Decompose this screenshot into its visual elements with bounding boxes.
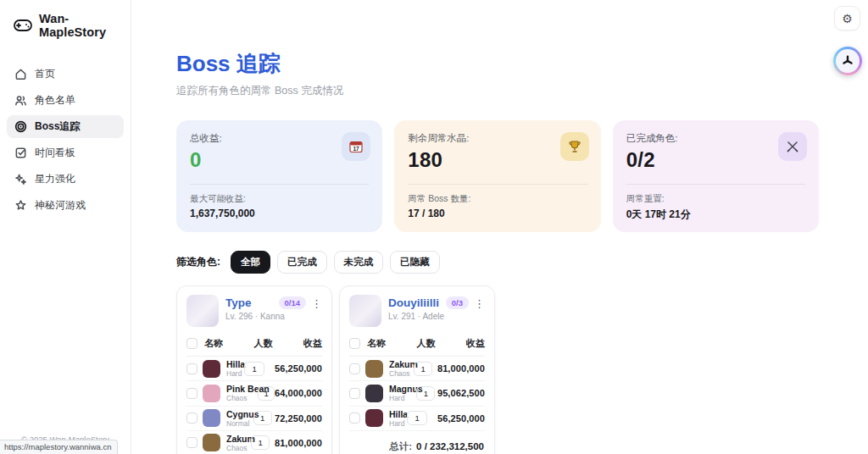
total-value: 0 / 232,312,500 — [416, 441, 484, 451]
boss-count-input[interactable]: 1 — [414, 362, 433, 376]
settings-button[interactable]: ⚙ — [834, 6, 860, 30]
checkbox-board-icon — [14, 147, 27, 159]
sparkles-icon — [14, 173, 27, 185]
select-all-checkbox[interactable] — [186, 338, 198, 349]
boss-difficulty: Chaos — [389, 369, 414, 378]
floating-action-button[interactable] — [833, 47, 862, 75]
filter-button-completed[interactable]: 已完成 — [277, 251, 327, 274]
table-header: 名称 人数 收益 — [349, 337, 485, 357]
filter-row: 筛选角色: 全部 已完成 未完成 已隐藏 — [176, 251, 819, 274]
sidebar-item-characters[interactable]: 角色名单 — [7, 89, 124, 112]
boss-difficulty: Normal — [226, 419, 253, 428]
character-subtitle: Lv. 296 · Kanna — [225, 312, 322, 321]
stat-sublabel: 最大可能收益: — [190, 193, 369, 205]
boss-count-input[interactable]: 1 — [251, 435, 270, 450]
boss-icon — [365, 385, 383, 402]
boss-count-input[interactable]: 1 — [253, 411, 272, 425]
filter-button-incomplete[interactable]: 未完成 — [334, 251, 384, 274]
filter-button-all[interactable]: 全部 — [231, 251, 270, 274]
users-icon — [14, 94, 27, 107]
character-subtitle: Lv. 291 · Adele — [388, 312, 485, 321]
character-avatar — [349, 295, 381, 327]
boss-name: Magnus — [389, 384, 416, 394]
sidebar-item-label: 角色名单 — [35, 93, 75, 108]
character-cards-row: Type 0/14 ⋮ Lv. 296 · Kanna 名称 人数 收益 — [176, 285, 819, 454]
divider — [626, 184, 805, 185]
character-header: Douyiliilli 0/3 ⋮ Lv. 291 · Adele — [349, 295, 485, 327]
column-income: 收益 — [466, 337, 485, 350]
more-menu-icon[interactable]: ⋮ — [306, 296, 322, 309]
app-logo[interactable]: Wan-MapleStory — [0, 0, 131, 47]
sidebar: Wan-MapleStory 首页 角色名单 — [0, 0, 131, 454]
column-count: 人数 — [254, 337, 273, 350]
boss-difficulty: Chaos — [226, 394, 258, 402]
target-icon — [14, 120, 27, 133]
boss-checkbox[interactable] — [186, 388, 198, 399]
trefoil-icon — [840, 53, 855, 69]
sidebar-nav: 首页 角色名单 Boss追踪 — [0, 63, 131, 217]
boss-row: ZakumChaos 1 81,000,000 — [186, 431, 322, 454]
boss-checkbox[interactable] — [349, 412, 360, 424]
calendar-icon: 17 — [342, 132, 370, 161]
stat-sublabel: 周常重置: — [626, 193, 805, 205]
page-title: Boss 追踪 — [176, 49, 819, 79]
stat-card-completed-characters: 已完成角色: 0/2 周常重置: 0天 17时 21分 — [613, 120, 819, 232]
character-card-douyiliilli: Douyiliilli 0/3 ⋮ Lv. 291 · Adele 名称 人数 … — [339, 285, 495, 454]
total-label: 总计: — [389, 440, 412, 453]
column-count: 人数 — [417, 337, 436, 350]
stat-card-remaining-crystals: 剩余周常水晶: 180 周常 Boss 数量: 17 / 180 — [394, 120, 600, 232]
sidebar-item-label: 首页 — [35, 67, 55, 81]
boss-row: CygnusNormal 1 72,250,000 — [186, 407, 322, 431]
boss-count-input[interactable]: 1 — [407, 411, 428, 425]
column-name: 名称 — [367, 337, 386, 350]
boss-name: Pink Bean — [226, 384, 258, 394]
app-title: Wan-MapleStory — [39, 12, 119, 39]
boss-checkbox[interactable] — [349, 363, 360, 374]
boss-income: 81,000,000 — [270, 438, 322, 448]
boss-difficulty: Hard — [226, 369, 244, 378]
column-name: 名称 — [204, 337, 223, 350]
sidebar-item-boss-tracker[interactable]: Boss追踪 — [7, 115, 124, 138]
sidebar-item-label: Boss追踪 — [35, 119, 80, 134]
boss-name: Hilla — [389, 409, 407, 419]
boss-name: Zakum — [226, 434, 251, 444]
character-name: Douyiliilli — [388, 296, 439, 309]
boss-income: 56,250,000 — [264, 363, 322, 374]
character-header: Type 0/14 ⋮ Lv. 296 · Kanna — [186, 295, 322, 327]
boss-row: HillaHard 1 56,250,000 — [349, 407, 485, 431]
boss-count-input[interactable]: 1 — [416, 386, 435, 401]
boss-icon — [203, 385, 220, 402]
column-income: 收益 — [303, 337, 322, 350]
star-icon — [14, 199, 27, 212]
home-icon — [14, 68, 27, 80]
boss-difficulty: Hard — [389, 419, 407, 428]
stat-card-total-income: 总收益: 0 17 最大可能收益: 1,637,750,000 — [176, 120, 382, 232]
filter-button-hidden[interactable]: 已隐藏 — [390, 251, 440, 274]
sidebar-item-time-board[interactable]: 时间看板 — [7, 141, 124, 164]
boss-count-input[interactable]: 1 — [244, 362, 265, 376]
sidebar-item-starforce[interactable]: 星力强化 — [7, 168, 124, 191]
sidebar-item-label: 星力强化 — [35, 172, 75, 186]
boss-icon — [203, 434, 220, 451]
sidebar-item-home[interactable]: 首页 — [7, 63, 124, 86]
stat-subvalue: 0天 17时 21分 — [626, 208, 805, 222]
main-content: ⚙ Boss 追踪 追踪所有角色的周常 Boss 完成情况 — [132, 0, 868, 454]
sidebar-item-mystic-river[interactable]: 神秘河游戏 — [7, 194, 124, 217]
boss-income: 56,250,000 — [427, 413, 485, 424]
gear-icon: ⚙ — [842, 12, 853, 25]
stat-sublabel: 周常 Boss 数量: — [408, 193, 587, 205]
select-all-checkbox[interactable] — [349, 338, 360, 349]
boss-checkbox[interactable] — [186, 363, 198, 374]
boss-tracker-page: Wan-MapleStory 首页 角色名单 — [0, 0, 868, 454]
boss-count-input[interactable]: 1 — [258, 386, 275, 401]
crossed-swords-icon — [778, 132, 807, 161]
stat-subvalue: 17 / 180 — [408, 208, 587, 219]
more-menu-icon[interactable]: ⋮ — [469, 296, 485, 309]
boss-checkbox[interactable] — [349, 388, 360, 399]
boss-row: Pink BeanChaos 1 64,000,000 — [186, 381, 322, 406]
svg-text:17: 17 — [353, 146, 360, 152]
boss-checkbox[interactable] — [186, 437, 198, 448]
boss-checkbox[interactable] — [186, 412, 198, 424]
boss-row: MagnusHard 1 95,062,500 — [349, 381, 485, 406]
boss-income: 81,000,000 — [432, 363, 485, 374]
